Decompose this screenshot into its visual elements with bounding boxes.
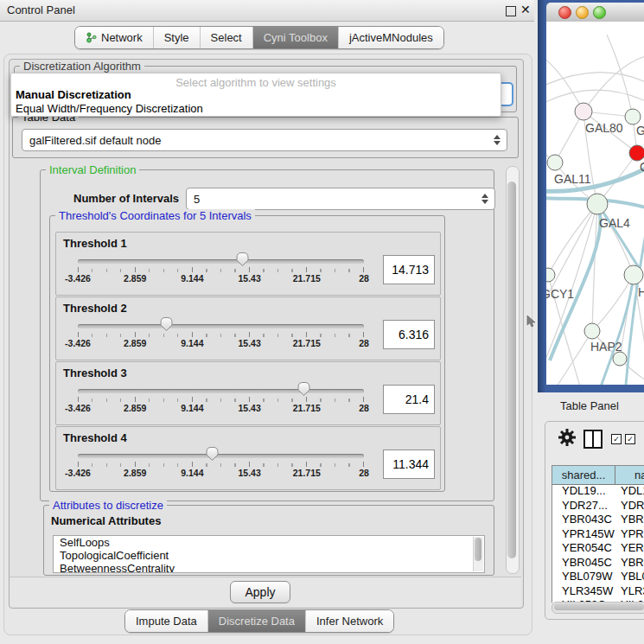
table-row[interactable]: YBR045CYBR0 — [552, 556, 644, 571]
table-horizontal-scrollbar[interactable] — [552, 602, 644, 614]
num-intervals-label: Number of Intervals — [73, 192, 179, 205]
tab-style[interactable]: Style — [153, 27, 200, 48]
slider-thumb[interactable] — [205, 446, 220, 462]
cell-name: YER0 — [621, 541, 644, 554]
slider-ticks — [78, 462, 365, 467]
gear-icon[interactable] — [558, 428, 577, 447]
network-edge — [583, 56, 644, 112]
attribute-list-item[interactable]: BetweennessCentrality — [54, 562, 484, 573]
threshold-slider-track[interactable] — [78, 389, 364, 393]
checkbox-icon[interactable]: ✓ — [611, 434, 622, 444]
network-graph: GAL80GACGAL11GAL4GCY1HHAP2 — [546, 22, 644, 385]
bottom-tab-discretize-data[interactable]: Discretize Data — [207, 610, 305, 632]
tab-select[interactable]: Select — [200, 27, 252, 48]
algorithm-option-equal-width[interactable]: Equal Width/Frequency Discretization — [16, 102, 496, 115]
network-node-h[interactable] — [624, 265, 643, 284]
network-edge — [592, 204, 597, 331]
tick-label: 21.715 — [293, 468, 321, 478]
slider-thumb[interactable] — [235, 252, 250, 267]
tab-jactivemnodules[interactable]: jActiveMNodules — [338, 27, 443, 48]
cell-shared-name: YER054C — [562, 541, 612, 554]
threshold-slider-track[interactable] — [78, 259, 364, 264]
numerical-attributes-list[interactable]: SelfLoopsTopologicalCoefficientBetweenne… — [53, 535, 485, 573]
node-label: H — [638, 285, 644, 299]
table-data-group: Table Data galFiltered.sif default node — [12, 117, 519, 158]
network-node-gal4[interactable] — [587, 194, 608, 214]
network-highlighted-edge — [597, 204, 640, 269]
tab-cyni-toolbox[interactable]: Cyni Toolbox — [252, 27, 338, 48]
threshold-slider-track[interactable] — [78, 454, 364, 458]
table-data-combobox[interactable]: galFiltered.sif default node — [22, 129, 507, 151]
node-label: GCY1 — [546, 287, 574, 301]
threshold-slider-track[interactable] — [78, 324, 364, 328]
table-row[interactable]: YLR345WYLR3 — [552, 584, 644, 599]
network-node[interactable] — [613, 352, 627, 366]
attribute-list-scrollbar[interactable] — [473, 537, 483, 571]
slider-ticks — [78, 397, 365, 402]
column-layout-icon[interactable] — [583, 430, 603, 449]
threshold-value-field[interactable]: 6.316 — [383, 320, 435, 349]
cell-name: YPR1 — [621, 527, 644, 540]
mouse-cursor — [526, 315, 537, 328]
attribute-list-item[interactable]: SelfLoops — [54, 536, 484, 549]
float-window-icon[interactable] — [506, 6, 516, 16]
cell-shared-name: YPR145W — [562, 527, 615, 540]
bottom-tab-infer-network[interactable]: Infer Network — [305, 610, 393, 632]
table-row[interactable]: YBR043CYBR0 — [552, 513, 644, 527]
tab-network[interactable]: Network — [75, 27, 153, 48]
checkbox-icon[interactable]: ✓ — [625, 434, 635, 444]
slider-thumb[interactable] — [159, 316, 174, 332]
scrollbar-thumb[interactable] — [554, 603, 644, 610]
network-node-gal11[interactable] — [547, 155, 563, 170]
tick-label: 21.715 — [293, 273, 321, 284]
tick-label: -3.426 — [65, 273, 91, 284]
network-edge — [555, 331, 592, 385]
node-label: GA — [636, 124, 644, 137]
threshold-value-field[interactable]: 21.4 — [383, 385, 435, 414]
network-edge — [546, 73, 644, 86]
num-intervals-combobox[interactable]: 5 — [186, 188, 495, 210]
column-header-name[interactable]: na — [634, 466, 644, 484]
network-canvas[interactable]: GAL80GACGAL11GAL4GCY1HHAP2 — [546, 22, 644, 385]
apply-button[interactable]: Apply — [230, 581, 290, 603]
network-node-ga[interactable] — [625, 109, 641, 124]
algorithm-option-manual[interactable]: Manual Discretization — [16, 88, 496, 101]
slider-thumb[interactable] — [296, 381, 311, 397]
network-node-hap2[interactable] — [584, 323, 600, 339]
threshold-label: Threshold 3 — [63, 367, 127, 379]
algorithm-hint: Select algorithm to view settings — [11, 76, 501, 89]
network-node-gal80[interactable] — [575, 103, 592, 120]
minimize-traffic-light-icon[interactable] — [576, 6, 589, 19]
interval-definition-group: Interval Definition Number of Intervals … — [40, 169, 494, 501]
table-row[interactable]: YER054CYER0 — [552, 541, 644, 556]
threshold-label: Threshold 4 — [63, 431, 127, 444]
settings-vertical-scrollbar[interactable] — [506, 166, 520, 574]
network-node-gcy1[interactable] — [546, 268, 555, 282]
tick-label: 9.144 — [181, 273, 203, 284]
tick-label: -3.426 — [65, 468, 91, 478]
threshold-value-field[interactable]: 14.713 — [383, 255, 435, 284]
cell-shared-name: YBR045C — [562, 556, 612, 569]
table-row[interactable]: YDR27...YDR2 — [552, 499, 644, 513]
table-row[interactable]: YPR145WYPR1 — [552, 527, 644, 542]
node-label: HAP2 — [590, 340, 622, 354]
scrollbar-thumb[interactable] — [507, 182, 516, 558]
close-icon[interactable]: ✕ — [520, 3, 531, 16]
close-traffic-light-icon[interactable] — [558, 6, 571, 19]
tick-label: -3.426 — [65, 403, 91, 413]
table-row[interactable]: YBL079WYBL0 — [552, 570, 644, 584]
tick-label: 15.43 — [238, 468, 260, 478]
network-node-c[interactable] — [629, 145, 644, 161]
cell-shared-name: YLR345W — [562, 584, 613, 597]
zoom-traffic-light-icon[interactable] — [593, 6, 606, 19]
tick-label: 15.43 — [238, 403, 260, 413]
cell-name: YBR0 — [621, 513, 644, 526]
bottom-tab-impute-data[interactable]: Impute Data — [125, 610, 207, 632]
network-window-titlebar[interactable] — [546, 3, 644, 22]
table-row[interactable]: YDL19...YDL1 — [552, 484, 644, 499]
threshold-value-field[interactable]: 11.344 — [383, 450, 435, 479]
attribute-list-item[interactable]: TopologicalCoefficient — [54, 549, 484, 562]
tab: NetworkStyleSelectCyni ToolboxjActiveMNo… — [74, 26, 444, 49]
column-header-shared[interactable]: shared... — [552, 466, 615, 484]
tick-label: 15.43 — [238, 338, 260, 348]
